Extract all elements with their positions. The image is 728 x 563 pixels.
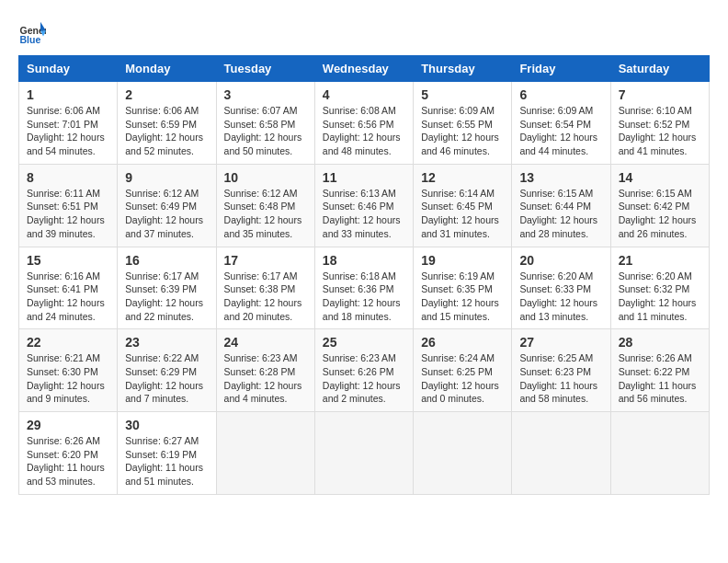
day-cell: 21Sunrise: 6:20 AM Sunset: 6:32 PM Dayli… <box>610 247 709 329</box>
day-number: 9 <box>125 170 208 185</box>
day-number: 5 <box>421 87 504 102</box>
day-number: 14 <box>619 170 701 185</box>
header-monday: Monday <box>118 56 216 82</box>
day-number: 1 <box>27 87 109 102</box>
day-cell: 12Sunrise: 6:14 AM Sunset: 6:45 PM Dayli… <box>414 164 512 247</box>
day-number: 16 <box>125 253 208 268</box>
day-number: 21 <box>619 253 701 268</box>
header-tuesday: Tuesday <box>216 56 314 82</box>
day-number: 30 <box>125 418 208 432</box>
day-info: Sunrise: 6:10 AM Sunset: 6:52 PM Dayligh… <box>619 104 701 158</box>
day-info: Sunrise: 6:14 AM Sunset: 6:45 PM Dayligh… <box>421 187 504 241</box>
week-row-3: 15Sunrise: 6:16 AM Sunset: 6:41 PM Dayli… <box>19 247 710 329</box>
day-info: Sunrise: 6:11 AM Sunset: 6:51 PM Dayligh… <box>27 187 109 241</box>
calendar-table: SundayMondayTuesdayWednesdayThursdayFrid… <box>18 55 710 495</box>
day-info: Sunrise: 6:15 AM Sunset: 6:44 PM Dayligh… <box>519 187 602 241</box>
day-number: 20 <box>519 253 602 268</box>
day-number: 28 <box>619 335 701 350</box>
day-cell: 1Sunrise: 6:06 AM Sunset: 7:01 PM Daylig… <box>19 82 118 165</box>
day-cell: 11Sunrise: 6:13 AM Sunset: 6:46 PM Dayli… <box>314 164 413 247</box>
day-number: 29 <box>27 418 109 432</box>
day-info: Sunrise: 6:26 AM Sunset: 6:22 PM Dayligh… <box>619 351 701 406</box>
day-info: Sunrise: 6:17 AM Sunset: 6:38 PM Dayligh… <box>224 270 307 324</box>
day-number: 10 <box>224 170 307 185</box>
day-number: 2 <box>125 87 208 102</box>
week-row-4: 22Sunrise: 6:21 AM Sunset: 6:30 PM Dayli… <box>19 329 710 412</box>
header-sunday: Sunday <box>19 56 118 82</box>
day-info: Sunrise: 6:16 AM Sunset: 6:41 PM Dayligh… <box>27 270 109 324</box>
day-cell: 22Sunrise: 6:21 AM Sunset: 6:30 PM Dayli… <box>19 329 118 412</box>
day-info: Sunrise: 6:19 AM Sunset: 6:35 PM Dayligh… <box>421 270 504 324</box>
day-cell <box>610 412 709 495</box>
day-cell: 9Sunrise: 6:12 AM Sunset: 6:49 PM Daylig… <box>118 164 216 247</box>
day-cell <box>314 412 413 495</box>
day-info: Sunrise: 6:12 AM Sunset: 6:48 PM Dayligh… <box>224 187 307 241</box>
day-cell: 23Sunrise: 6:22 AM Sunset: 6:29 PM Dayli… <box>118 329 216 412</box>
day-info: Sunrise: 6:13 AM Sunset: 6:46 PM Dayligh… <box>323 187 405 241</box>
day-number: 3 <box>224 87 307 102</box>
day-number: 7 <box>619 87 701 102</box>
day-cell: 19Sunrise: 6:19 AM Sunset: 6:35 PM Dayli… <box>414 247 512 329</box>
day-number: 13 <box>519 170 602 185</box>
day-number: 15 <box>27 253 109 268</box>
day-cell: 10Sunrise: 6:12 AM Sunset: 6:48 PM Dayli… <box>216 164 314 247</box>
day-number: 4 <box>323 87 405 102</box>
day-info: Sunrise: 6:20 AM Sunset: 6:33 PM Dayligh… <box>519 270 602 324</box>
day-cell: 8Sunrise: 6:11 AM Sunset: 6:51 PM Daylig… <box>19 164 118 247</box>
day-cell: 29Sunrise: 6:26 AM Sunset: 6:20 PM Dayli… <box>19 412 118 495</box>
day-info: Sunrise: 6:09 AM Sunset: 6:55 PM Dayligh… <box>421 104 504 158</box>
day-info: Sunrise: 6:23 AM Sunset: 6:28 PM Dayligh… <box>224 351 307 406</box>
week-row-2: 8Sunrise: 6:11 AM Sunset: 6:51 PM Daylig… <box>19 164 710 247</box>
week-row-5: 29Sunrise: 6:26 AM Sunset: 6:20 PM Dayli… <box>19 412 710 495</box>
day-info: Sunrise: 6:24 AM Sunset: 6:25 PM Dayligh… <box>421 351 504 406</box>
day-cell: 24Sunrise: 6:23 AM Sunset: 6:28 PM Dayli… <box>216 329 314 412</box>
day-number: 19 <box>421 253 504 268</box>
day-cell: 18Sunrise: 6:18 AM Sunset: 6:36 PM Dayli… <box>314 247 413 329</box>
day-info: Sunrise: 6:22 AM Sunset: 6:29 PM Dayligh… <box>125 351 208 406</box>
day-info: Sunrise: 6:25 AM Sunset: 6:23 PM Dayligh… <box>519 351 602 406</box>
day-cell: 7Sunrise: 6:10 AM Sunset: 6:52 PM Daylig… <box>610 82 709 165</box>
day-number: 26 <box>421 335 504 350</box>
day-info: Sunrise: 6:18 AM Sunset: 6:36 PM Dayligh… <box>323 270 405 324</box>
day-cell: 14Sunrise: 6:15 AM Sunset: 6:42 PM Dayli… <box>610 164 709 247</box>
day-info: Sunrise: 6:23 AM Sunset: 6:26 PM Dayligh… <box>323 351 405 406</box>
day-number: 17 <box>224 253 307 268</box>
day-cell: 3Sunrise: 6:07 AM Sunset: 6:58 PM Daylig… <box>216 82 314 165</box>
day-cell: 25Sunrise: 6:23 AM Sunset: 6:26 PM Dayli… <box>314 329 413 412</box>
day-number: 22 <box>27 335 109 350</box>
header-wednesday: Wednesday <box>314 56 413 82</box>
day-cell: 6Sunrise: 6:09 AM Sunset: 6:54 PM Daylig… <box>512 82 610 165</box>
day-number: 25 <box>323 335 405 350</box>
day-cell: 28Sunrise: 6:26 AM Sunset: 6:22 PM Dayli… <box>610 329 709 412</box>
day-info: Sunrise: 6:06 AM Sunset: 6:59 PM Dayligh… <box>125 104 208 158</box>
day-info: Sunrise: 6:20 AM Sunset: 6:32 PM Dayligh… <box>619 270 701 324</box>
day-cell: 17Sunrise: 6:17 AM Sunset: 6:38 PM Dayli… <box>216 247 314 329</box>
day-cell: 5Sunrise: 6:09 AM Sunset: 6:55 PM Daylig… <box>414 82 512 165</box>
day-cell <box>414 412 512 495</box>
day-cell: 2Sunrise: 6:06 AM Sunset: 6:59 PM Daylig… <box>118 82 216 165</box>
day-info: Sunrise: 6:15 AM Sunset: 6:42 PM Dayligh… <box>619 187 701 241</box>
page-header: General Blue <box>18 18 710 46</box>
day-number: 12 <box>421 170 504 185</box>
day-cell: 26Sunrise: 6:24 AM Sunset: 6:25 PM Dayli… <box>414 329 512 412</box>
day-info: Sunrise: 6:17 AM Sunset: 6:39 PM Dayligh… <box>125 270 208 324</box>
day-cell: 16Sunrise: 6:17 AM Sunset: 6:39 PM Dayli… <box>118 247 216 329</box>
day-number: 11 <box>323 170 405 185</box>
day-cell <box>512 412 610 495</box>
day-cell: 13Sunrise: 6:15 AM Sunset: 6:44 PM Dayli… <box>512 164 610 247</box>
day-number: 24 <box>224 335 307 350</box>
day-info: Sunrise: 6:27 AM Sunset: 6:19 PM Dayligh… <box>125 434 208 488</box>
day-cell: 4Sunrise: 6:08 AM Sunset: 6:56 PM Daylig… <box>314 82 413 165</box>
day-number: 23 <box>125 335 208 350</box>
day-info: Sunrise: 6:07 AM Sunset: 6:58 PM Dayligh… <box>224 104 307 158</box>
header-row: SundayMondayTuesdayWednesdayThursdayFrid… <box>19 56 710 82</box>
svg-text:Blue: Blue <box>20 34 41 45</box>
logo-icon: General Blue <box>18 18 46 46</box>
day-number: 18 <box>323 253 405 268</box>
day-number: 27 <box>519 335 602 350</box>
day-cell: 30Sunrise: 6:27 AM Sunset: 6:19 PM Dayli… <box>118 412 216 495</box>
day-info: Sunrise: 6:08 AM Sunset: 6:56 PM Dayligh… <box>323 104 405 158</box>
header-thursday: Thursday <box>414 56 512 82</box>
header-friday: Friday <box>512 56 610 82</box>
day-info: Sunrise: 6:06 AM Sunset: 7:01 PM Dayligh… <box>27 104 109 158</box>
